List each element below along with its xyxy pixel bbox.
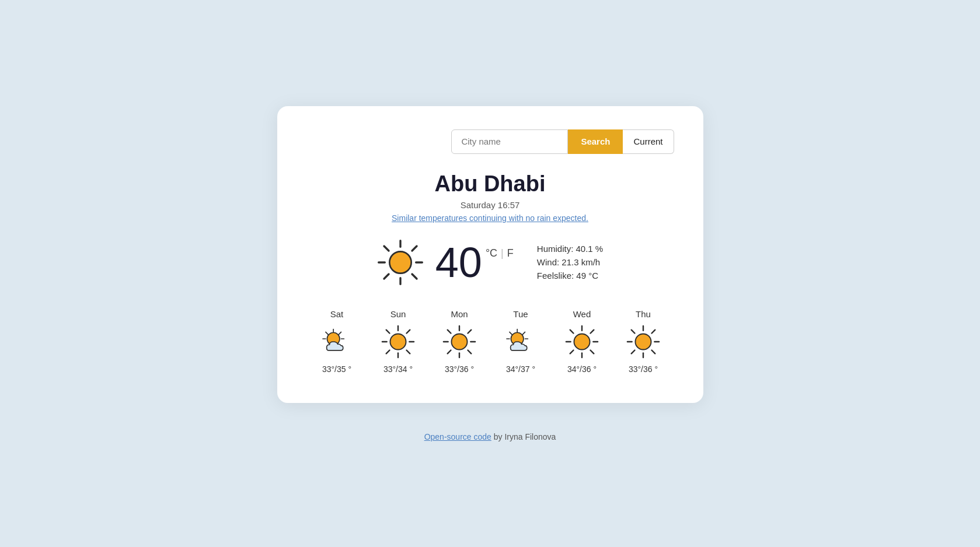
day-label: Mon [451,309,468,319]
city-input[interactable] [451,129,568,154]
day-temps: 33°/36 ° [445,364,474,374]
day-label: Tue [513,309,528,319]
temperature-value: 40 [435,241,482,283]
day-temps: 33°/35 ° [322,364,351,374]
weather-card: Search Current Abu Dhabi Saturday 16:57 … [277,106,703,403]
footer-text: by Iryna Filonova [491,432,556,441]
forecast-icon [442,325,476,359]
wind: Wind: 21.3 km/h [537,257,603,267]
city-name: Abu Dhabi [435,171,546,197]
unit-separator: | [501,247,504,260]
day-label: Thu [636,309,651,319]
day-temps: 33°/36 ° [629,364,658,374]
search-row: Search Current [451,129,674,154]
unit-celsius[interactable]: °C [486,247,497,260]
forecast-row: Sat 33°/35 ° Sun 33°/34 ° Mon 33°/36 ° T… [306,309,674,374]
current-weather-section: 40 °C | F Humidity: 40.1 % Wind: 21.3 km… [306,239,674,286]
day-temps: 34°/36 ° [567,364,597,374]
stats-block: Humidity: 40.1 % Wind: 21.3 km/h Feelsli… [537,244,603,280]
forecast-day: Thu 33°/36 ° [613,309,674,374]
forecast-icon [626,325,660,359]
day-temps: 34°/37 ° [506,364,535,374]
day-label: Wed [573,309,591,319]
temperature-block: 40 °C | F [435,241,514,283]
forecast-icon [381,325,415,359]
feelslike: Feelslike: 49 °C [537,271,603,280]
search-button[interactable]: Search [568,129,623,154]
forecast-icon [504,325,538,359]
forecast-day: Mon 33°/36 ° [429,309,490,374]
forecast-day: Sat 33°/35 ° [306,309,368,374]
current-weather-icon [377,239,424,286]
humidity: Humidity: 40.1 % [537,244,603,254]
source-code-link[interactable]: Open-source code [424,432,491,441]
footer: Open-source code by Iryna Filonova [424,432,556,441]
forecast-day: Tue 34°/37 ° [490,309,552,374]
temperature-units: °C | F [486,247,514,260]
forecast-day: Sun 33°/34 ° [368,309,429,374]
forecast-icon [320,325,354,359]
day-temps: 33°/34 ° [383,364,413,374]
forecast-icon [565,325,599,359]
day-label: Sat [330,309,344,319]
unit-fahrenheit[interactable]: F [507,247,514,260]
forecast-day: Wed 34°/36 ° [552,309,613,374]
weather-description[interactable]: Similar temperatures continuing with no … [392,213,588,223]
current-button[interactable]: Current [623,129,674,154]
day-label: Sun [390,309,406,319]
date-time: Saturday 16:57 [461,200,520,210]
